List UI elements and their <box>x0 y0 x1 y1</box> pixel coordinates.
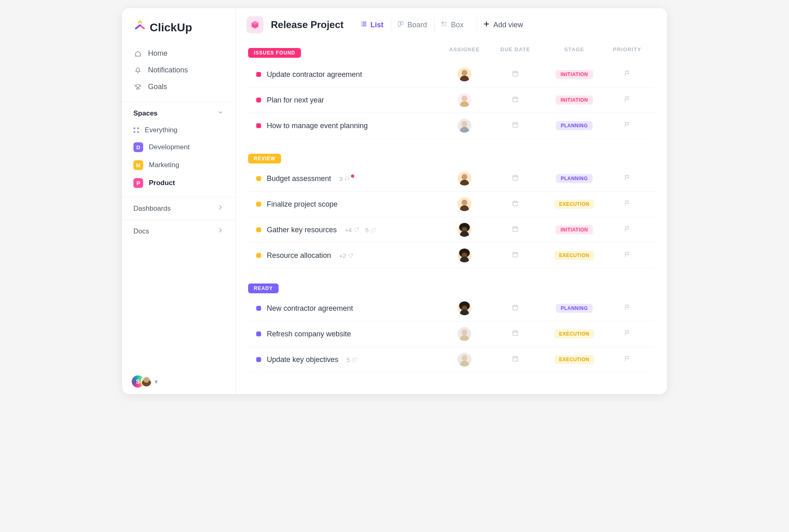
due-date-cell[interactable] <box>489 355 542 364</box>
unread-dot-icon <box>351 174 354 178</box>
priority-cell[interactable] <box>607 200 647 209</box>
due-date-cell[interactable] <box>489 121 542 130</box>
due-date-cell[interactable] <box>489 70 542 79</box>
stage-badge: EXECUTION <box>554 329 595 338</box>
due-date-cell[interactable] <box>489 225 542 234</box>
view-tab-board[interactable]: Board <box>391 18 433 32</box>
task-row[interactable]: Gather key resources +4 5 INITIATION <box>248 217 655 242</box>
due-date-cell[interactable] <box>489 174 542 183</box>
calendar-icon <box>512 96 519 105</box>
view-tab-box[interactable]: Box <box>434 18 469 32</box>
group-status-pill[interactable]: READY <box>248 283 279 293</box>
assignee-cell[interactable] <box>440 68 489 81</box>
assignee-avatar[interactable] <box>458 119 471 133</box>
assignee-cell[interactable] <box>440 119 489 133</box>
task-row[interactable]: How to manage event planning PLANNING <box>248 113 655 138</box>
due-date-cell[interactable] <box>489 329 542 338</box>
attachment-count[interactable]: 5 <box>365 227 376 233</box>
brand-logo[interactable]: ClickUp <box>122 8 235 44</box>
task-row[interactable]: Refresh company website EXECUTION <box>248 321 655 347</box>
assignee-cell[interactable] <box>440 301 489 315</box>
priority-cell[interactable] <box>607 355 647 364</box>
stage-cell[interactable]: INITIATION <box>542 96 607 105</box>
due-date-cell[interactable] <box>489 96 542 105</box>
assignee-avatar[interactable] <box>458 327 471 341</box>
sidebar-space-development[interactable]: D Development <box>122 138 235 156</box>
plus-icon <box>483 20 490 30</box>
project-icon[interactable] <box>246 16 264 33</box>
priority-cell[interactable] <box>607 225 647 234</box>
stage-cell[interactable]: INITIATION <box>542 70 607 79</box>
add-view-button[interactable]: Add view <box>477 18 529 32</box>
view-tab-list[interactable]: List <box>354 18 389 32</box>
tag-count[interactable]: +2 <box>339 252 354 259</box>
stage-cell[interactable]: EXECUTION <box>542 355 607 364</box>
group-status-pill[interactable]: REVIEW <box>248 154 281 164</box>
group-status-pill[interactable]: ISSUES FOUND <box>248 48 301 58</box>
task-group: READY New contractor agreement PLANNING <box>248 282 655 372</box>
spaces-header[interactable]: Spaces <box>122 102 235 122</box>
sidebar-item-everything[interactable]: Everything <box>122 122 235 138</box>
stage-cell[interactable]: PLANNING <box>542 121 607 130</box>
stage-cell[interactable]: PLANNING <box>542 174 607 183</box>
task-row[interactable]: Finalize project scope EXECUTION <box>248 191 655 217</box>
task-meta: 3 <box>339 175 355 182</box>
sidebar-space-marketing[interactable]: M Marketing <box>122 156 235 174</box>
due-date-cell[interactable] <box>489 251 542 260</box>
priority-cell[interactable] <box>607 329 647 338</box>
assignee-cell[interactable] <box>440 353 489 366</box>
assignee-avatar[interactable] <box>458 249 471 262</box>
sidebar-footer[interactable]: S ▾ <box>122 369 235 394</box>
stage-cell[interactable]: PLANNING <box>542 304 607 313</box>
priority-cell[interactable] <box>607 70 647 79</box>
stage-cell[interactable]: EXECUTION <box>542 329 607 338</box>
assignee-cell[interactable] <box>440 93 489 107</box>
priority-cell[interactable] <box>607 304 647 313</box>
nav-label: Notifications <box>148 66 188 74</box>
task-row[interactable]: New contractor agreement PLANNING <box>248 296 655 321</box>
assignee-cell[interactable] <box>440 172 489 185</box>
tag-count[interactable]: +4 <box>345 227 360 233</box>
sidebar-item-notifications[interactable]: Notifications <box>122 62 235 78</box>
assignee-cell[interactable] <box>440 327 489 341</box>
assignee-avatar[interactable] <box>458 93 471 107</box>
comment-count[interactable]: 3 <box>339 175 355 182</box>
sidebar-item-goals[interactable]: Goals <box>122 78 235 95</box>
status-dot-icon <box>256 72 261 77</box>
status-dot-icon <box>256 176 261 181</box>
spaces-list: D Development M Marketing P Product <box>122 138 235 192</box>
task-row[interactable]: Resource allocation +2 EXECUTION <box>248 242 655 268</box>
assignee-avatar[interactable] <box>458 172 471 185</box>
stage-cell[interactable]: EXECUTION <box>542 200 607 209</box>
assignee-cell[interactable] <box>440 197 489 211</box>
assignee-avatar[interactable] <box>458 301 471 315</box>
assignee-avatar[interactable] <box>458 223 471 237</box>
priority-cell[interactable] <box>607 251 647 260</box>
due-date-cell[interactable] <box>489 200 542 209</box>
task-row[interactable]: Plan for next year INITIATION <box>248 87 655 113</box>
attachment-count[interactable]: 5 <box>347 356 357 363</box>
spaces-header-label: Spaces <box>133 109 158 118</box>
priority-cell[interactable] <box>607 174 647 183</box>
stage-cell[interactable]: EXECUTION <box>542 251 607 260</box>
main-content: Release Project List Board Box Add view … <box>236 8 667 394</box>
due-date-cell[interactable] <box>489 304 542 313</box>
user-avatar[interactable] <box>141 376 152 387</box>
sidebar-item-home[interactable]: Home <box>122 45 235 62</box>
assignee-avatar[interactable] <box>458 353 471 366</box>
column-header: PRIORITY <box>607 46 647 58</box>
task-row[interactable]: Update key objectives 5 EXECUTION <box>248 347 655 372</box>
task-row[interactable]: Update contractor agreement INITIATION <box>248 62 655 87</box>
assignee-cell[interactable] <box>440 223 489 237</box>
task-row[interactable]: Budget assessment 3 PLANNING <box>248 166 655 191</box>
assignee-avatar[interactable] <box>458 197 471 211</box>
stage-cell[interactable]: INITIATION <box>542 225 607 234</box>
grid-dots-icon <box>133 127 139 133</box>
sidebar-space-product[interactable]: P Product <box>122 174 235 192</box>
priority-cell[interactable] <box>607 96 647 105</box>
priority-cell[interactable] <box>607 121 647 130</box>
sidebar-item-dashboards[interactable]: Dashboards <box>122 197 235 220</box>
assignee-avatar[interactable] <box>458 68 471 81</box>
assignee-cell[interactable] <box>440 249 489 262</box>
sidebar-item-docs[interactable]: Docs <box>122 220 235 242</box>
